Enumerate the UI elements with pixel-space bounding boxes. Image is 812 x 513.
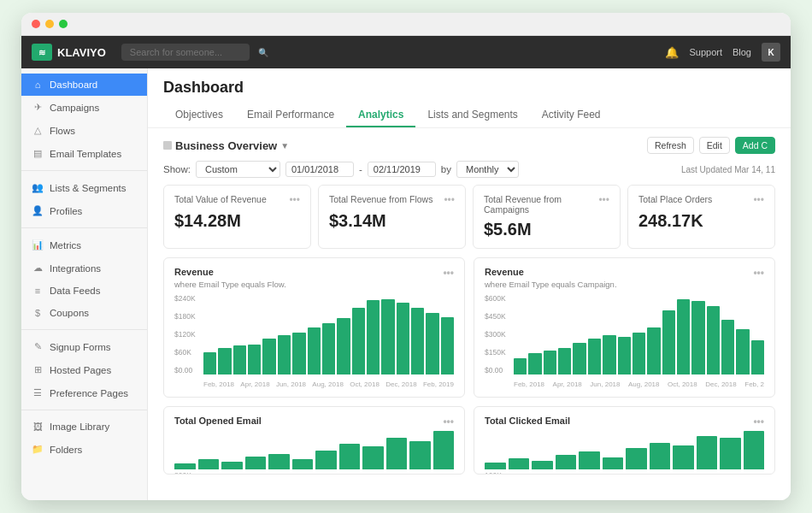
date-separator: - [359, 164, 362, 174]
bottom-bars-1 [485, 431, 764, 469]
bar [308, 327, 321, 374]
refresh-button[interactable]: Refresh [647, 137, 694, 154]
bottom-chart-more-0[interactable]: ••• [443, 416, 454, 428]
integrations-icon: ☁ [32, 262, 44, 274]
sidebar-item-folders[interactable]: 📁 Folders [21, 438, 147, 461]
bar [647, 327, 660, 374]
bar [218, 348, 231, 374]
bar [707, 306, 720, 374]
bar [352, 308, 365, 374]
sidebar-item-lists-segments[interactable]: 👥 Lists & Segments [21, 176, 147, 199]
date-from-input[interactable] [285, 162, 354, 177]
bar [315, 451, 337, 470]
chart-y-labels-0: $240K $180K $120K $60K $0.00 [174, 294, 202, 374]
metric-more-3[interactable]: ••• [753, 194, 764, 206]
sidebar-label-data-feeds: Data Feeds [50, 286, 100, 296]
sidebar-item-email-templates[interactable]: ▤ Email Templates [21, 142, 147, 165]
chart-opened-email: Total Opened Email ••• 800K [163, 406, 465, 475]
sidebar-item-profiles[interactable]: 👤 Profiles [21, 199, 147, 222]
metrics-icon: 📊 [32, 239, 44, 251]
bar [292, 333, 305, 374]
sidebar-item-coupons[interactable]: $ Coupons [21, 302, 147, 324]
sidebar-label-lists: Lists & Segments [50, 183, 126, 193]
show-select[interactable]: Custom Last 30 Days Last 7 Days [196, 161, 280, 178]
filter-row: Show: Custom Last 30 Days Last 7 Days - … [163, 161, 775, 178]
sidebar-label-images: Image Library [50, 422, 109, 432]
metric-value-0: $14.28M [174, 211, 300, 231]
tab-activity-feed[interactable]: Activity Feed [530, 103, 613, 127]
add-button[interactable]: Add C [735, 137, 775, 154]
chart-area-1: $600K $450K $300K $150K $0.00 Feb, 2018 … [485, 294, 764, 388]
edit-button[interactable]: Edit [699, 137, 730, 154]
chart-revenue-flow: Revenue ••• where Email Type equals Flow… [163, 257, 465, 398]
bar [633, 333, 645, 374]
bar [528, 353, 541, 374]
blog-link[interactable]: Blog [733, 47, 751, 57]
sidebar-item-image-library[interactable]: 🖼 Image Library [21, 416, 147, 438]
sidebar-item-hosted-pages[interactable]: ⊞ Hosted Pages [21, 358, 147, 381]
bar [720, 438, 741, 469]
by-select[interactable]: Monthly Weekly Daily [456, 161, 519, 178]
toolbar-actions: Refresh Edit Add C [647, 137, 775, 154]
minimize-dot[interactable] [45, 20, 54, 28]
notification-icon[interactable]: 🔔 [665, 46, 679, 59]
section-icon [163, 141, 172, 150]
dashboard-icon: ⌂ [32, 80, 44, 90]
tab-analytics[interactable]: Analytics [346, 103, 415, 127]
email-templates-icon: ▤ [32, 148, 44, 159]
sidebar-label-dashboard: Dashboard [50, 80, 97, 90]
app-container: ⌂ Dashboard ✈ Campaigns △ Flows ▤ Email … [21, 68, 791, 500]
bar [381, 299, 394, 374]
metric-more-2[interactable]: ••• [598, 194, 609, 206]
close-dot[interactable] [32, 20, 40, 28]
bottom-chart-more-1[interactable]: ••• [753, 416, 764, 428]
maximize-dot[interactable] [59, 20, 68, 28]
sidebar-item-dashboard[interactable]: ⌂ Dashboard [21, 74, 147, 96]
chart-more-1[interactable]: ••• [753, 267, 764, 279]
sidebar-item-integrations[interactable]: ☁ Integrations [21, 256, 147, 280]
bar [588, 339, 601, 374]
bar [691, 301, 704, 374]
tab-lists-segments[interactable]: Lists and Segments [415, 103, 529, 127]
bar [337, 318, 350, 374]
hosted-pages-icon: ⊞ [32, 364, 44, 375]
sidebar-label-flows: Flows [50, 126, 75, 136]
chart-more-0[interactable]: ••• [443, 267, 454, 279]
coupons-icon: $ [32, 308, 44, 318]
metric-more-1[interactable]: ••• [444, 194, 455, 206]
chart-bars-1 [514, 294, 764, 374]
metric-card-1: Total Revenue from Flows ••• $3.14M [318, 185, 466, 249]
tab-objectives[interactable]: Objectives [163, 103, 235, 127]
chevron-down-icon[interactable]: ▼ [280, 141, 289, 150]
bar [262, 339, 275, 374]
bar [485, 463, 506, 469]
date-to-input[interactable] [368, 162, 436, 177]
metric-more-0[interactable]: ••• [289, 194, 300, 206]
bottom-chart-title-0: Total Opened Email ••• [174, 416, 454, 428]
bar [532, 461, 553, 469]
sidebar-item-metrics[interactable]: 📊 Metrics [21, 233, 147, 256]
avatar[interactable]: K [762, 43, 780, 62]
bar [203, 352, 216, 375]
bar [677, 299, 690, 374]
tab-email-performance[interactable]: Email Performance [235, 103, 346, 127]
metric-cards: Total Value of Revenue ••• $14.28M Total… [163, 185, 775, 249]
bar [618, 337, 631, 374]
sidebar-item-preference-pages[interactable]: ☰ Preference Pages [21, 381, 147, 404]
search-input[interactable] [121, 44, 250, 61]
metric-value-3: 248.17K [638, 211, 764, 231]
bottom-bars-0 [174, 431, 454, 469]
metric-value-1: $3.14M [329, 211, 455, 231]
sidebar-label-profiles: Profiles [50, 206, 82, 216]
bar [397, 303, 409, 374]
tabs-container: Objectives Email Performance Analytics L… [163, 103, 775, 127]
sidebar-item-signup-forms[interactable]: ✎ Signup Forms [21, 335, 147, 358]
bar [744, 431, 765, 469]
bar [751, 340, 764, 374]
bar [603, 457, 624, 469]
sidebar-item-flows[interactable]: △ Flows [21, 119, 147, 142]
sidebar-item-campaigns[interactable]: ✈ Campaigns [21, 96, 147, 119]
logo: ≋ KLAVIYO [32, 44, 106, 61]
sidebar-item-data-feeds[interactable]: ≡ Data Feeds [21, 280, 147, 302]
support-link[interactable]: Support [689, 47, 722, 57]
